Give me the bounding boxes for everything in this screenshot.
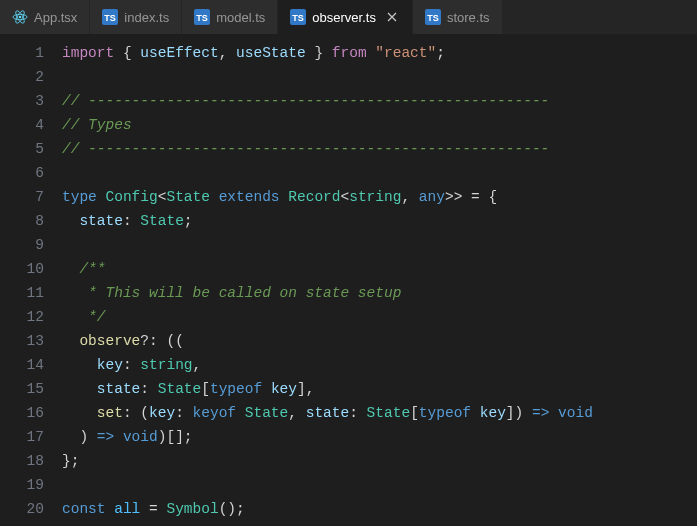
- code-line: state: State[typeof key],: [62, 377, 697, 401]
- code-line: */: [62, 305, 697, 329]
- line-number-gutter: 1234567891011121314151617181920: [0, 35, 62, 526]
- code-line: ) => void)[];: [62, 425, 697, 449]
- line-number: 8: [0, 209, 44, 233]
- line-number: 12: [0, 305, 44, 329]
- svg-point-3: [19, 16, 22, 19]
- tab-store-ts[interactable]: TSstore.ts: [413, 0, 503, 34]
- code-line: state: State;: [62, 209, 697, 233]
- ts-icon: TS: [102, 9, 118, 25]
- line-number: 20: [0, 497, 44, 521]
- code-line: [62, 473, 697, 497]
- svg-text:TS: TS: [196, 13, 208, 23]
- svg-text:TS: TS: [293, 13, 305, 23]
- svg-text:TS: TS: [427, 13, 439, 23]
- ts-icon: TS: [194, 9, 210, 25]
- code-line: /**: [62, 257, 697, 281]
- line-number: 16: [0, 401, 44, 425]
- line-number: 10: [0, 257, 44, 281]
- line-number: 4: [0, 113, 44, 137]
- tab-label: index.ts: [124, 10, 169, 25]
- react-icon: [12, 9, 28, 25]
- line-number: 11: [0, 281, 44, 305]
- line-number: 17: [0, 425, 44, 449]
- code-line: // Types: [62, 113, 697, 137]
- close-icon[interactable]: [384, 9, 400, 25]
- line-number: 2: [0, 65, 44, 89]
- svg-text:TS: TS: [105, 13, 117, 23]
- tab-label: model.ts: [216, 10, 265, 25]
- line-number: 5: [0, 137, 44, 161]
- code-line: * This will be called on state setup: [62, 281, 697, 305]
- tab-label: store.ts: [447, 10, 490, 25]
- tab-label: observer.ts: [312, 10, 376, 25]
- code-line: // -------------------------------------…: [62, 137, 697, 161]
- code-line: [62, 161, 697, 185]
- code-line: type Config<State extends Record<string,…: [62, 185, 697, 209]
- line-number: 7: [0, 185, 44, 209]
- tab-index-ts[interactable]: TSindex.ts: [90, 0, 182, 34]
- code-line: set: (key: keyof State, state: State[typ…: [62, 401, 697, 425]
- line-number: 1: [0, 41, 44, 65]
- line-number: 15: [0, 377, 44, 401]
- tab-model-ts[interactable]: TSmodel.ts: [182, 0, 278, 34]
- line-number: 9: [0, 233, 44, 257]
- code-line: key: string,: [62, 353, 697, 377]
- line-number: 3: [0, 89, 44, 113]
- line-number: 14: [0, 353, 44, 377]
- tab-App-tsx[interactable]: App.tsx: [0, 0, 90, 34]
- editor-tabs: App.tsxTSindex.tsTSmodel.tsTSobserver.ts…: [0, 0, 697, 35]
- ts-icon: TS: [290, 9, 306, 25]
- tab-label: App.tsx: [34, 10, 77, 25]
- code-line: observe?: ((: [62, 329, 697, 353]
- line-number: 19: [0, 473, 44, 497]
- ts-icon: TS: [425, 9, 441, 25]
- code-area[interactable]: import { useEffect, useState } from "rea…: [62, 35, 697, 526]
- code-line: // -------------------------------------…: [62, 89, 697, 113]
- line-number: 6: [0, 161, 44, 185]
- line-number: 13: [0, 329, 44, 353]
- code-line: [62, 233, 697, 257]
- tab-observer-ts[interactable]: TSobserver.ts: [278, 0, 413, 34]
- code-line: const all = Symbol();: [62, 497, 697, 521]
- line-number: 18: [0, 449, 44, 473]
- code-line: import { useEffect, useState } from "rea…: [62, 41, 697, 65]
- code-editor: 1234567891011121314151617181920 import {…: [0, 35, 697, 526]
- code-line: };: [62, 449, 697, 473]
- code-line: [62, 65, 697, 89]
